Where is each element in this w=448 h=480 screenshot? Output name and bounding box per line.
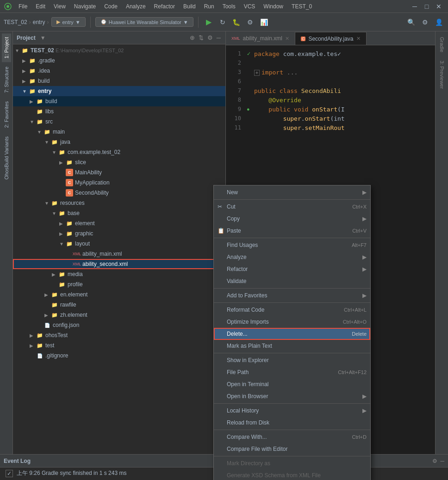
tree-item-second-ability[interactable]: ▶ C SecondAbility [13, 188, 225, 198]
ctx-item-open-browser[interactable]: Open in Browser ▶ [214, 390, 370, 402]
tree-item-libs[interactable]: ▶ 📁 libs [13, 106, 225, 117]
ctx-item-paste[interactable]: 📋 Paste Ctrl+V [214, 225, 370, 237]
ctx-item-analyze[interactable]: Analyze ▶ [214, 251, 370, 263]
menu-run[interactable]: Run [200, 2, 218, 11]
tree-item-gradle[interactable]: ▶ 📁 .gradle [13, 55, 225, 66]
tree-item-main[interactable]: ▼ 📁 main [13, 127, 225, 137]
ctx-item-show-explorer[interactable]: Show in Explorer [214, 354, 370, 366]
tree-item-idea[interactable]: ▶ 📁 .idea [13, 66, 225, 76]
menu-refactor[interactable]: Refactor [150, 2, 179, 11]
tab-ability-main-xml[interactable]: XML ability_main.xml ✕ [226, 32, 295, 45]
ctx-item-reload[interactable]: Reload from Disk [214, 417, 370, 429]
ctx-item-add-favorites[interactable]: Add to Favorites ▶ [214, 289, 370, 302]
menu-file[interactable]: File [15, 2, 31, 11]
build-button[interactable]: ⚙ [245, 17, 256, 28]
sidebar-tab-structure[interactable]: 7: Structure [2, 63, 11, 97]
debug-button[interactable]: 🐛 [231, 17, 242, 28]
refresh-button[interactable]: ↻ [217, 17, 228, 28]
tree-item-my-application[interactable]: ▶ C MyApplication [13, 178, 225, 188]
tab-close-second-ability[interactable]: ✕ [356, 36, 361, 42]
tree-arrow-root: ▼ [15, 48, 21, 53]
tree-item-en-element[interactable]: ▶ 📁 en.element [13, 289, 225, 300]
tree-item-zh-element[interactable]: ▶ 📁 zh.element [13, 310, 225, 320]
ctx-item-open-terminal[interactable]: Open in Terminal [214, 378, 370, 390]
ctx-item-refactor[interactable]: Refactor ▶ [214, 263, 370, 275]
tree-item-main-ability[interactable]: ▶ C MainAbility [13, 167, 225, 178]
sidebar-tab-favorites[interactable]: 2: Favorites [2, 98, 11, 131]
sidebar-tab-build-variants[interactable]: OhosBuild Variants [2, 133, 11, 183]
tree-item-root[interactable]: ▼ 📁 TEST_02 E:\Hamony\Develop\TEST_02 [13, 45, 225, 55]
menu-window[interactable]: Window [260, 2, 287, 11]
run-button[interactable]: ▶ [203, 17, 214, 28]
tree-item-base[interactable]: ▼ 📁 base [13, 208, 225, 218]
ctx-item-delete[interactable]: Delete... Delete [214, 328, 370, 340]
close-button[interactable]: ✕ [433, 1, 444, 12]
maximize-button[interactable]: □ [421, 1, 432, 12]
search-button[interactable]: 🔍 [405, 17, 417, 28]
ctx-item-new[interactable]: New ▶ [214, 186, 370, 198]
menu-build[interactable]: Build [180, 2, 199, 11]
menu-code[interactable]: Code [100, 2, 121, 11]
minimize-button[interactable]: ─ [409, 1, 420, 12]
sync-icon[interactable]: ⊕ [189, 33, 196, 42]
run-config-selector[interactable]: ▶ entry ▼ [51, 17, 85, 27]
menu-view[interactable]: View [50, 2, 69, 11]
tree-item-profile[interactable]: ▶ 📁 profile [13, 279, 225, 289]
panel-minimize-icon[interactable]: ─ [216, 33, 222, 42]
sidebar-tab-project[interactable]: 1: Project [2, 33, 11, 62]
ctx-item-reformat[interactable]: Reformat Code Ctrl+Alt+L [214, 304, 370, 316]
ctx-item-compare-editor[interactable]: Compare File with Editor [214, 443, 370, 455]
breadcrumb-entry[interactable]: entry [33, 19, 45, 25]
tab-second-ability[interactable]: C SecondAbility.java ✕ [295, 32, 367, 45]
tab-close-ability-main[interactable]: ✕ [285, 36, 289, 42]
user-button[interactable]: 👤 [433, 17, 444, 28]
tree-item-config-json[interactable]: ▶ 📄 config.json [13, 320, 225, 330]
tree-item-build-root[interactable]: ▶ 📁 build [13, 76, 225, 86]
tree-item-layout[interactable]: ▼ 📁 layout [13, 239, 225, 249]
ctx-item-compare[interactable]: Compare With... Ctrl+D [214, 431, 370, 443]
tree-item-java[interactable]: ▼ 📁 java [13, 137, 225, 147]
settings-icon[interactable]: ⚙ [206, 33, 214, 42]
tree-item-graphic[interactable]: ▶ 📁 graphic [13, 228, 225, 239]
menu-analyze[interactable]: Analyze [122, 2, 149, 11]
tree-item-media[interactable]: ▶ 📁 media [13, 269, 225, 279]
menu-navigate[interactable]: Navigate [70, 2, 100, 11]
tree-item-gitignore[interactable]: ▶ 📄 .gitignore [13, 351, 225, 361]
ctx-open-browser-arrow: ▶ [362, 393, 367, 400]
sidebar-tab-previewer[interactable]: 3: Previewer [437, 57, 447, 92]
event-log-checkbox[interactable]: ✓ [6, 470, 13, 477]
menu-vcs[interactable]: VCS [240, 2, 259, 11]
tree-item-ability-second-xml[interactable]: ▶ XML ability_second.xml [13, 259, 225, 269]
tree-item-rawfile[interactable]: ▶ 📁 rawfile [13, 300, 225, 310]
ctx-item-validate[interactable]: Validate [214, 275, 370, 287]
breadcrumb-project[interactable]: TEST_02 [4, 19, 27, 25]
ctx-item-copy[interactable]: Copy ▶ [214, 213, 370, 225]
menu-test0[interactable]: TEST_0 [288, 2, 316, 11]
tree-item-entry-build[interactable]: ▶ 📁 build [13, 96, 225, 106]
simulator-selector[interactable]: ⌚ Huawei Lite Wearable Simulator ▼ [95, 17, 193, 27]
tree-item-test[interactable]: ▶ 📁 test [13, 340, 225, 351]
ctx-item-optimize[interactable]: Optimize Imports Ctrl+Alt+O [214, 316, 370, 328]
ctx-item-file-path[interactable]: File Path Ctrl+Alt+F12 [214, 366, 370, 378]
menu-edit[interactable]: Edit [32, 2, 49, 11]
ctx-item-cut[interactable]: ✂ Cut Ctrl+X [214, 201, 370, 213]
ctx-item-mark-plain[interactable]: Mark as Plain Text [214, 340, 370, 352]
ctx-item-local-history[interactable]: Local History ▶ [214, 405, 370, 417]
tree-item-ohos-test[interactable]: ▶ 📁 ohosTest [13, 330, 225, 340]
tree-label-zh-element: zh.element [60, 312, 87, 318]
event-log-settings-icon[interactable]: ⚙ [432, 458, 437, 464]
tree-item-element[interactable]: ▶ 📁 element [13, 218, 225, 228]
ctx-item-find-usages[interactable]: Find Usages Alt+F7 [214, 239, 370, 251]
tree-item-ability-main-xml[interactable]: ▶ XML ability_main.xml [13, 249, 225, 259]
settings-button[interactable]: ⚙ [419, 17, 430, 28]
profile-button[interactable]: 📊 [259, 17, 270, 28]
menu-tools[interactable]: Tools [219, 2, 239, 11]
tree-item-src[interactable]: ▼ 📁 src [13, 117, 225, 127]
tree-item-entry[interactable]: ▼ 📁 entry [13, 86, 225, 96]
event-log-close-icon[interactable]: ─ [440, 458, 444, 464]
tree-item-pkg[interactable]: ▼ 📁 com.example.test_02 [13, 147, 225, 157]
sidebar-tab-gradle[interactable]: Gradle [437, 33, 447, 56]
tree-item-resources[interactable]: ▼ 📁 resources [13, 198, 225, 208]
equalizer-icon[interactable]: ⇅ [198, 33, 205, 42]
tree-item-slice[interactable]: ▶ 📁 slice [13, 157, 225, 167]
